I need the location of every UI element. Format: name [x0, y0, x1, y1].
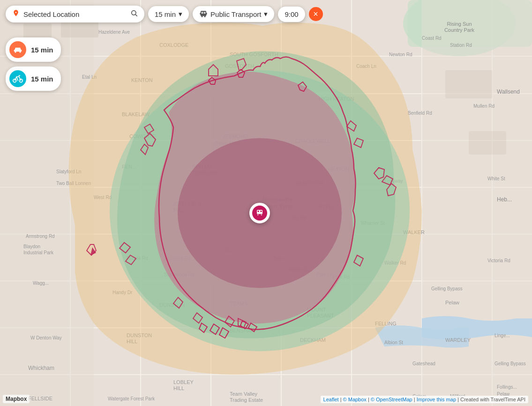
svg-text:Wagg...: Wagg...	[33, 281, 49, 286]
svg-rect-117	[202, 12, 203, 14]
time-badge: 9:00	[278, 7, 305, 22]
side-cards: 15 min 15 min	[6, 37, 61, 91]
svg-text:Gateshead: Gateshead	[412, 361, 435, 366]
svg-rect-23	[469, 131, 506, 155]
search-button[interactable]	[130, 9, 138, 19]
svg-text:Hazeldene Ave: Hazeldene Ave	[98, 30, 130, 35]
svg-text:Watergate Forest Park: Watergate Forest Park	[108, 396, 155, 401]
svg-text:Country Park: Country Park	[444, 27, 475, 33]
svg-rect-115	[200, 13, 201, 15]
svg-rect-22	[445, 70, 492, 98]
svg-text:Trading Estate: Trading Estate	[230, 397, 263, 403]
mapbox-link[interactable]: © Mapbox	[343, 397, 367, 402]
svg-text:White St: White St	[487, 176, 505, 181]
transport-selector[interactable]: Public Transport ▾	[193, 6, 274, 22]
marker-circle	[249, 203, 270, 223]
map-container[interactable]: Rising Sun Country Park Wallsend Heb... …	[0, 0, 532, 406]
time-dropdown-icon: ▾	[179, 10, 182, 18]
search-input[interactable]	[23, 10, 127, 18]
svg-text:HILL: HILL	[173, 385, 184, 391]
bike-legend-label: 15 min	[31, 75, 53, 83]
svg-point-111	[15, 12, 17, 13]
close-icon: ×	[313, 9, 318, 19]
svg-text:Mullen Rd: Mullen Rd	[473, 103, 495, 109]
car-legend-card[interactable]: 15 min	[6, 37, 61, 62]
mapbox-logo-text: Mapbox	[6, 396, 27, 402]
svg-text:Follings...: Follings...	[497, 384, 517, 390]
svg-point-124	[19, 51, 21, 52]
svg-text:Station Rd: Station Rd	[450, 43, 472, 48]
svg-point-126	[19, 79, 22, 82]
svg-text:Benfield Rd: Benfield Rd	[408, 111, 432, 116]
svg-text:Victoria Rd: Victoria Rd	[487, 258, 510, 263]
search-box[interactable]	[6, 6, 144, 22]
location-icon	[12, 9, 20, 19]
openstreetmap-link[interactable]: © OpenStreetMap	[371, 397, 412, 402]
bus-icon	[199, 10, 208, 18]
mapbox-logo: Mapbox	[3, 395, 30, 403]
bike-icon	[9, 70, 26, 87]
svg-point-130	[257, 214, 258, 215]
svg-text:Pelaw: Pelaw	[445, 300, 459, 305]
center-marker	[249, 203, 270, 223]
leaflet-link[interactable]: Leaflet	[323, 397, 339, 402]
svg-text:Blaydon: Blaydon	[23, 244, 40, 249]
svg-text:Wallsend: Wallsend	[497, 89, 520, 95]
car-legend-label: 15 min	[31, 46, 53, 54]
svg-text:LOBLEY: LOBLEY	[173, 379, 194, 385]
top-bar: 15 min ▾ Public Transport ▾ 9:00 ×	[6, 6, 323, 22]
svg-text:Linge...: Linge...	[495, 333, 510, 338]
svg-rect-127	[257, 210, 262, 214]
traveltime-credit: Created with TravelTime API	[460, 397, 525, 402]
svg-text:Gelling Bypass: Gelling Bypass	[431, 286, 463, 291]
svg-rect-122	[14, 50, 22, 52]
car-icon	[9, 41, 26, 58]
svg-rect-118	[204, 12, 206, 14]
svg-point-123	[15, 51, 16, 52]
close-button[interactable]: ×	[309, 7, 323, 21]
improve-map-link[interactable]: Improve this map	[417, 397, 456, 402]
svg-rect-129	[261, 211, 262, 212]
svg-text:Heb...: Heb...	[497, 196, 512, 203]
svg-line-113	[135, 15, 137, 16]
svg-text:Gelling Bypass: Gelling Bypass	[495, 361, 526, 366]
svg-text:W Denton Way: W Denton Way	[30, 335, 62, 340]
svg-text:Team Valley: Team Valley	[230, 391, 258, 397]
svg-text:Whickham: Whickham	[28, 365, 54, 371]
svg-text:Coast Rd: Coast Rd	[422, 36, 442, 41]
svg-text:Rising Sun: Rising Sun	[447, 21, 472, 27]
time-display: 9:00	[285, 10, 298, 18]
svg-point-125	[13, 79, 16, 82]
marker-inner	[252, 206, 267, 221]
transport-selector-label: Public Transport	[210, 10, 261, 18]
attribution: Leaflet | © Mapbox | © OpenStreetMap | I…	[321, 396, 528, 403]
time-selector[interactable]: 15 min ▾	[148, 6, 189, 22]
svg-text:Armstrong Rd: Armstrong Rd	[26, 234, 55, 239]
svg-text:FELLSIDE: FELLSIDE	[28, 396, 52, 401]
svg-rect-128	[258, 211, 259, 212]
transport-dropdown-icon: ▾	[264, 10, 268, 18]
svg-point-112	[132, 11, 136, 15]
svg-text:Industrial Park: Industrial Park	[23, 250, 54, 255]
svg-point-131	[261, 214, 262, 215]
svg-text:Albion St: Albion St	[384, 340, 403, 345]
bike-legend-card[interactable]: 15 min	[6, 66, 61, 91]
svg-rect-116	[206, 13, 207, 15]
time-selector-label: 15 min	[155, 10, 176, 18]
svg-text:Newton Rd: Newton Rd	[389, 52, 412, 57]
bus-marker-icon	[255, 209, 264, 217]
svg-text:WARDLEY: WARDLEY	[445, 337, 471, 343]
